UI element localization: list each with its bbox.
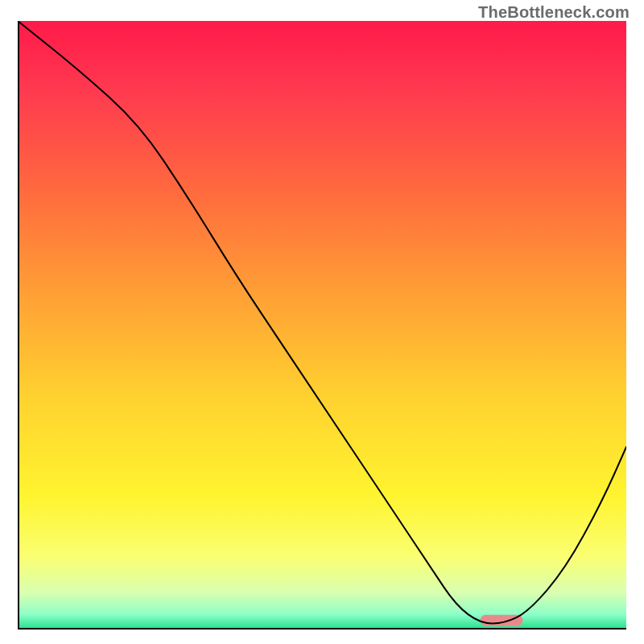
chart-plot [18,21,626,630]
chart-svg [18,21,626,630]
optimal-range-marker [481,615,523,626]
chart-background [18,21,626,630]
chart-container: TheBottleneck.com [0,0,644,644]
watermark-text: TheBottleneck.com [478,3,630,22]
